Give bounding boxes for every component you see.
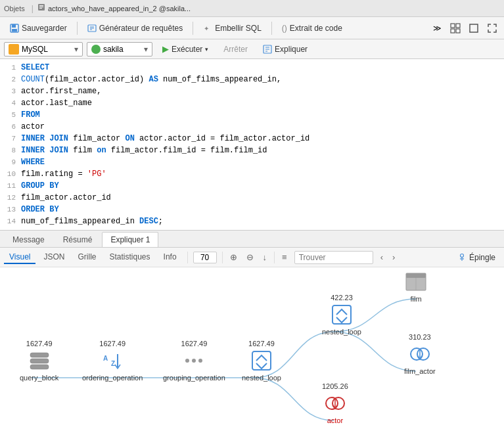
query-gen-icon [87,24,97,33]
tab-query-title[interactable]: actors_who_have_appeared_in_2 @sakila... [48,5,191,12]
rt-sep2 [274,252,275,263]
line-number: 2 [3,74,21,85]
node-label: ordering_operation [82,374,143,382]
token-normal: (film_actor.actor_id) [45,75,144,84]
objets-tab[interactable]: Objets [4,5,25,12]
execute-dropdown-arrow: ▾ [205,46,208,53]
token-normal: actor.first_name, [21,87,101,96]
title-bar: Objets | actors_who_have_appeared_in_2 @… [0,0,504,17]
view-tab-statistiques[interactable]: Statistiques [104,251,156,264]
find-input[interactable] [294,251,373,264]
toolbar-end-icons: ≫ [429,20,500,36]
pin-button[interactable]: Épingle [453,251,500,264]
explain-node-film_actor[interactable]: 310.23film_actor [404,333,436,375]
beautify-button[interactable]: ✦ Embellir SQL [197,21,267,35]
next-icon[interactable]: › [390,252,397,262]
main-toolbar: Sauvegarder Générateur de requêtes ✦ Emb… [0,17,504,39]
token-kw: on [97,146,106,155]
db-name-select[interactable]: sakila ▾ [87,42,152,56]
download-icon[interactable]: ↓ [261,252,269,262]
view-tab-info[interactable]: Info [158,251,182,264]
sql-line: 11GROUP BY [0,180,504,192]
explain-canvas: 1627.49query_block1627.49AZordering_oper… [0,267,504,427]
token-kw: ON [125,134,134,143]
menu-icon[interactable]: ≡ [280,252,289,262]
line-number: 10 [3,168,21,180]
token-normal: film [68,146,97,155]
view-tab-json[interactable]: JSON [38,251,70,264]
db-type-label: MySQL [22,45,48,54]
svg-point-30 [185,359,189,363]
line-number: 8 [3,145,21,156]
token-normal: num_of_films_appeared_in, [158,75,281,84]
token-kw: GROUP BY [21,181,59,191]
zoom-in-icon[interactable]: ⊕ [228,252,239,262]
token-normal: num_of_films_appeared_in [21,217,139,226]
zoom-input[interactable] [193,252,217,263]
svg-rect-24 [30,353,49,357]
token-str: 'PG' [87,169,106,179]
save-button[interactable]: Sauvegarder [4,21,73,35]
explain-node-actor[interactable]: 1205.26actor [322,382,348,424]
node-cost: 112.00 [405,267,427,269]
explain-node-nested_loop1[interactable]: 1627.49nested_loop [242,340,281,382]
zoom-sep [187,252,188,263]
token-fn: COUNT [21,75,45,84]
line-number: 11 [3,180,21,192]
db-type-select[interactable]: MySQL ▾ [4,42,83,56]
sql-editor[interactable]: 1SELECT2COUNT(film_actor.actor_id) AS nu… [0,59,504,231]
svg-rect-13 [456,24,460,28]
prev-icon[interactable]: ‹ [378,252,385,262]
tile-icon[interactable] [447,20,463,36]
bottom-tab[interactable]: Expliquer 1 [102,232,158,247]
token-kw: INNER JOIN [21,134,68,143]
node-label: film [410,295,421,303]
db-name-arrow: ▾ [144,45,148,54]
token-kw: INNER JOIN [21,146,68,155]
explain-node-film[interactable]: 112.00film [404,267,428,303]
line-number: 3 [3,85,21,97]
svg-rect-1 [39,5,43,6]
sql-line: 10 film.rating = 'PG' [0,168,504,180]
svg-rect-2 [39,7,43,7]
view-tab-visuel[interactable]: Visuel [4,251,35,264]
expand-icon[interactable] [484,20,500,36]
mysql-icon [9,44,19,55]
explain-node-nested_loop2[interactable]: 422.23nested_loop [322,294,361,336]
explain-button[interactable]: Expliquer [257,43,313,56]
query-gen-button[interactable]: Générateur de requêtes [81,21,189,35]
node-cost: 1627.49 [248,340,275,348]
explain-node-grouping_operation[interactable]: 1627.49grouping_operation [163,340,225,382]
token-kw: FROM [21,110,40,120]
line-content: SELECT [21,62,501,74]
node-icon [404,270,428,294]
token-normal: film_actor [68,134,125,143]
explain-node-query_block[interactable]: 1627.49query_block [20,340,58,382]
sql-line: 14 num_of_films_appeared_in DESC; [0,215,504,227]
db-icon [91,45,101,54]
execute-button[interactable]: ▶ Exécuter ▾ [156,42,214,56]
token-kw: AS [144,75,158,84]
db-name-label: sakila [103,45,124,54]
bottom-tab[interactable]: Message [4,232,53,247]
stop-button: Arrêter [218,43,253,55]
bottom-tab[interactable]: Résumé [55,232,101,247]
more-icon[interactable]: ≫ [429,20,445,36]
node-icon [323,392,347,415]
sql-line: 7 INNER JOIN film_actor ON actor.actor_i… [0,133,504,145]
svg-rect-34 [332,305,351,324]
line-content: INNER JOIN film on film_actor.film_id = … [21,145,501,156]
svg-rect-6 [12,29,17,32]
sql-line: 13ORDER BY [0,204,504,215]
node-icon: AZ [101,349,124,372]
extract-button[interactable]: () Extrait de code [276,21,348,35]
node-cost: 310.23 [409,333,431,341]
sql-line: 1SELECT [0,62,504,74]
node-label: film_actor [404,367,436,375]
view-tab-grille[interactable]: Grille [72,251,101,264]
explain-node-ordering_operation[interactable]: 1627.49AZordering_operation [82,340,143,382]
svg-rect-5 [12,24,16,28]
zoom-out-icon[interactable]: ⊖ [244,252,256,262]
svg-text:Z: Z [111,360,115,367]
single-tile-icon[interactable] [466,20,482,36]
